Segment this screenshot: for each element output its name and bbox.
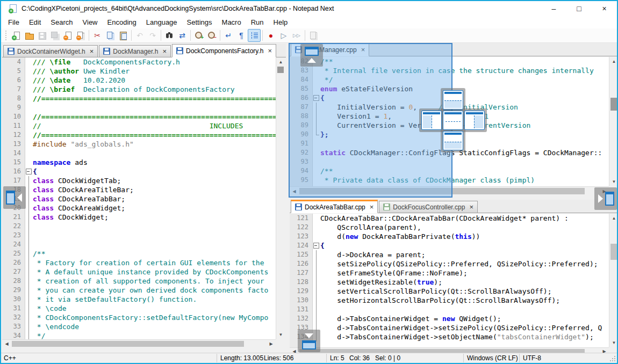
encoding-indicator[interactable]: UTF-8 [523, 354, 541, 362]
resize-grip[interactable] [609, 355, 616, 362]
code-line[interactable]: 31 * \code [2, 304, 276, 313]
close-file-button[interactable] [61, 29, 74, 42]
copy-button[interactable] [104, 29, 117, 42]
code-line[interactable]: 26 * Factory for creation of certain GUI… [2, 258, 276, 267]
code-line[interactable]: 29 * you can create your own derived doc… [2, 286, 276, 295]
save-button[interactable] [35, 29, 48, 42]
tab-dockareatabbar-cpp[interactable]: DockAreaTabBar.cpp× [291, 200, 378, 213]
code-line[interactable]: 126 setSizePolicy(QSizePolicy::Preferred… [290, 259, 609, 268]
run-macro-multiple-button[interactable]: ▷▷ [290, 29, 303, 42]
code-line[interactable]: 21class CDockWidget; [2, 213, 276, 222]
show-all-characters-button[interactable]: ¶ [235, 29, 248, 42]
tab-dockmanager-h[interactable]: DockManager.h× [99, 45, 171, 57]
new-file-button[interactable] [10, 29, 23, 42]
scroll-up-icon[interactable]: ▲ [609, 57, 618, 66]
tab-close-icon[interactable]: × [268, 47, 272, 55]
replace-button[interactable]: ⇄ [176, 29, 189, 42]
code-line[interactable]: 10//====================================… [2, 112, 276, 121]
find-button[interactable] [163, 29, 176, 42]
code-line[interactable]: 124{ [290, 241, 609, 250]
dock-drop-center-icon[interactable] [443, 111, 463, 130]
code-line[interactable]: 30 * it via setDefaultFactory() function… [2, 295, 276, 304]
code-line[interactable]: 8//=====================================… [2, 94, 276, 103]
scroll-right-icon[interactable]: ▶ [267, 340, 276, 348]
dock-edge-left-indicator[interactable] [3, 186, 26, 209]
tab-close-icon[interactable]: × [370, 203, 374, 211]
scrollbar-thumb[interactable] [277, 67, 284, 73]
toolbar-grip[interactable] [5, 31, 8, 40]
zoom-out-button[interactable] [205, 29, 218, 42]
redo-button[interactable]: ↷ [146, 29, 159, 42]
record-macro-button[interactable]: ● [264, 29, 277, 42]
scroll-down-icon[interactable]: ▼ [609, 338, 618, 347]
code-line[interactable]: 131 [290, 305, 609, 314]
code-line[interactable]: 19class CDockAreaTabBar; [2, 194, 276, 203]
code-line[interactable]: 4/// \file DockComponentsFactory.h [2, 57, 276, 67]
scrollbar-thumb[interactable] [610, 98, 617, 111]
zoom-in-button[interactable] [192, 29, 205, 42]
cut-button[interactable]: ✂ [91, 29, 104, 42]
word-wrap-button[interactable]: ↵ [222, 29, 235, 42]
save-a-copy-button[interactable] [48, 29, 61, 42]
left-horizontal-scrollbar[interactable]: ◀ ▶ [2, 339, 276, 348]
code-line[interactable]: 16{ [2, 167, 276, 176]
bottom-right-editor[interactable]: 121CDockAreaTabBar::CDockAreaTabBar(CDoc… [290, 214, 609, 347]
code-line[interactable]: 134 d->TabsContainerWidget->setObjectNam… [290, 332, 609, 341]
macro-pages-button[interactable] [307, 29, 320, 42]
tab-close-icon[interactable]: × [90, 47, 94, 55]
code-line[interactable]: 11// INCLUDES [2, 121, 276, 130]
menu-file[interactable]: File [3, 17, 24, 28]
code-line[interactable]: 133 d->TabsContainerWidget->setSizePolic… [290, 323, 609, 332]
dock-edge-right-indicator[interactable] [594, 187, 617, 210]
scrollbar-thumb[interactable] [610, 244, 617, 260]
code-line[interactable]: 121CDockAreaTabBar::CDockAreaTabBar(CDoc… [290, 214, 609, 223]
eol-format[interactable]: Windows (CR LF) [467, 354, 518, 362]
tab-close-icon[interactable]: × [162, 47, 167, 55]
tab-dockcontainerwidget-h[interactable]: DockContainerWidget.h× [3, 45, 98, 57]
code-line[interactable]: 6/// \date 10.02.2020 [2, 76, 276, 85]
tab-dockcomponentsfactory-h[interactable]: DockComponentsFactory.h× [172, 44, 276, 57]
left-editor[interactable]: 4/// \file DockComponentsFactory.h5/// \… [2, 57, 276, 339]
tab-close-icon[interactable]: × [469, 203, 473, 211]
code-line[interactable]: 17class CDockWidgetTab; [2, 176, 276, 185]
dock-drop-top-icon[interactable] [443, 90, 463, 110]
close-all-files-button[interactable] [74, 29, 87, 42]
menu-edit[interactable]: Edit [24, 17, 46, 28]
scrollbar-thumb[interactable] [12, 341, 244, 347]
code-line[interactable]: 20class CDockAreaWidget; [2, 203, 276, 213]
bottom-right-vertical-scrollbar[interactable]: ▲ ▼ [609, 214, 618, 347]
open-file-button[interactable] [23, 29, 35, 42]
code-line[interactable]: 125 d->DockArea = parent; [290, 250, 609, 259]
dock-drop-right-icon[interactable] [464, 111, 485, 130]
close-button[interactable]: × [592, 1, 617, 16]
menu-view[interactable]: View [78, 17, 103, 28]
code-line[interactable]: 33 * \endcode [2, 322, 276, 331]
code-line[interactable]: 122 QScrollArea(parent), [290, 223, 609, 232]
top-right-vertical-scrollbar[interactable]: ▲ ▼ [609, 57, 618, 186]
code-line[interactable]: 24 [2, 240, 276, 249]
code-line[interactable]: 18class CDockAreaTitleBar; [2, 185, 276, 194]
code-line[interactable]: 132 d->TabsContainerWidget = new QWidget… [290, 314, 609, 323]
tab-dockfocuscontroller-cpp[interactable]: DockFocusController.cpp× [379, 201, 478, 213]
menu-settings[interactable]: Settings [182, 17, 217, 28]
menu-macro[interactable]: Macro [217, 17, 246, 28]
scroll-up-icon[interactable]: ▲ [609, 214, 618, 223]
code-line[interactable]: 128 setWidgetResizable(true); [290, 278, 609, 287]
code-line[interactable]: 22 [2, 222, 276, 231]
code-line[interactable]: 15namespace ads [2, 158, 276, 167]
minimize-button[interactable]: – [541, 1, 566, 16]
code-line[interactable]: 123 d(new DockAreaTabBarPrivate(this)) [290, 232, 609, 241]
menu-run[interactable]: Run [246, 17, 269, 28]
code-line[interactable]: 28 * creation of all supported component… [2, 276, 276, 286]
undo-button[interactable]: ↶ [133, 29, 146, 42]
menu-help[interactable]: Help [269, 17, 293, 28]
dock-edge-top-indicator[interactable] [300, 44, 323, 67]
language-indicator[interactable]: C++ [4, 354, 16, 362]
code-line[interactable]: 13#include "ads_globals.h" [2, 140, 276, 149]
code-line[interactable]: 32 * CDockComponentsFactory::setDefaultF… [2, 313, 276, 322]
menu-language[interactable]: Language [141, 17, 182, 28]
code-line[interactable]: 130 setHorizontalScrollBarPolicy(Qt::Scr… [290, 296, 609, 305]
code-line[interactable]: 14 [2, 149, 276, 158]
code-line[interactable]: 27 * A default unique instance provided … [2, 267, 276, 276]
fold-collapse-icon[interactable] [312, 241, 320, 250]
